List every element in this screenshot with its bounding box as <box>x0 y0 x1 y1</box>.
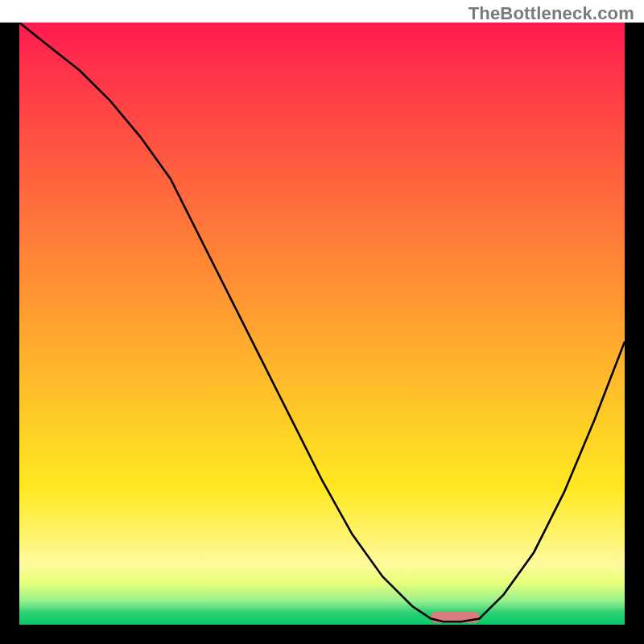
plot-area <box>19 23 625 625</box>
bottleneck-curve <box>19 23 625 625</box>
watermark-text: TheBottleneck.com <box>469 3 634 24</box>
chart-frame <box>0 23 644 644</box>
